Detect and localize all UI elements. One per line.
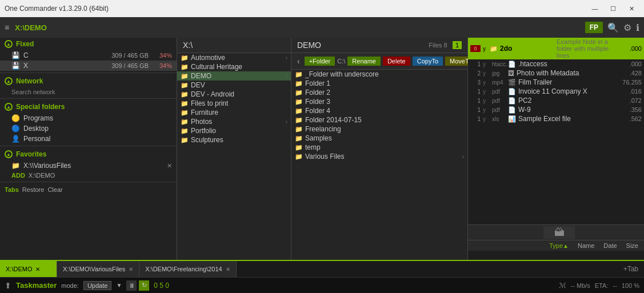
remove-favorite-button[interactable]: ✕	[167, 162, 172, 170]
drive-item-c[interactable]: 💾 C 309 / 465 GB 34%	[0, 50, 177, 61]
search-icon[interactable]: 🔍	[607, 22, 619, 33]
tabs-clear[interactable]: Clear	[47, 186, 62, 193]
search-network[interactable]: Search network	[0, 87, 177, 97]
tab-close-button[interactable]: ✕	[226, 266, 230, 272]
copy-to-button[interactable]: CopyTo	[413, 57, 443, 66]
folder-item[interactable]: 📁 Files to print	[177, 99, 291, 108]
file-icon: 📊	[508, 115, 516, 123]
folder-item[interactable]: 📁 Folder 2014-07-15	[291, 115, 467, 125]
pause-button[interactable]: ⏸	[126, 280, 137, 291]
folder-name: Portfolio	[191, 127, 287, 135]
folder-item[interactable]: 📁 Cultural Heritage	[177, 62, 291, 71]
sort-type-button[interactable]: Type▲	[546, 242, 572, 250]
folder-item[interactable]: 📁 Automotive ›	[177, 53, 291, 62]
folder-name: Files to print	[191, 99, 287, 107]
folder-item[interactable]: 📁 Freelancing	[291, 125, 467, 134]
tab-close-button[interactable]: ✕	[129, 266, 133, 272]
special-folder-desktop[interactable]: 🔵 Desktop	[0, 123, 177, 134]
mode-dropdown[interactable]: Update	[83, 281, 111, 290]
refresh-button[interactable]: ↻	[139, 280, 149, 291]
special-folder-programs[interactable]: 🟡 Programs	[0, 113, 177, 123]
sort-size-button[interactable]: Size	[623, 242, 642, 250]
file-row[interactable]: 1 y pdf 📄 PC2 .072	[468, 96, 644, 105]
folder-name: Freelancing	[305, 125, 464, 133]
tabs-label: Tabs	[5, 186, 19, 193]
drive-space: 309 / 465 GB	[111, 62, 149, 69]
chevron-down-icon[interactable]: ▼	[116, 282, 122, 288]
special-folder-name: Desktop	[23, 125, 49, 133]
favorite-item[interactable]: 📁 X:\\VariousFiles ✕	[0, 160, 177, 171]
file-name: Photo with Metadata	[517, 69, 611, 77]
folder-item[interactable]: 📁 _Folder with underscore	[291, 70, 467, 79]
settings-icon[interactable]: ⚙	[623, 22, 631, 33]
tab-label: X:\DEMO	[6, 266, 32, 272]
tabbar: X:\DEMO ✕ X:\DEMO\VariousFiles ✕ X:\DEMO…	[0, 260, 644, 277]
back-button[interactable]: ‹	[295, 57, 302, 66]
task-digits: 0 5 0	[154, 282, 169, 290]
folder-name: _Folder with underscore	[305, 70, 464, 78]
folder-item[interactable]: 📁 temp	[291, 143, 467, 152]
thumbnail-2	[507, 226, 539, 239]
folder-item[interactable]: 📁 DEMO ›	[177, 71, 291, 81]
special-folder-icon: 🟡	[11, 114, 20, 122]
add-favorite[interactable]: ADD X:\DEMO	[0, 171, 177, 180]
folder-item[interactable]: 📁 Sculptures	[177, 135, 291, 145]
file-row[interactable]: 1 y xls 📊 Sample Excel file .562	[468, 114, 644, 123]
drive-item-x[interactable]: 💾 X 309 / 465 GB 34%	[0, 61, 177, 71]
tab-2[interactable]: X:\DEMO\Freelancing\2014 ✕	[139, 261, 237, 277]
folder-item[interactable]: 📁 DEV	[177, 81, 291, 90]
file-row[interactable]: 1 y htacc... 📄 .htaccess .000	[468, 59, 644, 69]
file-name: W-9	[518, 106, 611, 114]
info-icon[interactable]: ℹ	[636, 22, 639, 33]
folder-item[interactable]: 📁 Folder 2	[291, 88, 467, 97]
path-button[interactable]: C:\	[337, 58, 345, 65]
folder-item[interactable]: 📁 DEV - Android	[177, 90, 291, 99]
folder-name: Various Files	[305, 152, 460, 160]
mb-label: -- Mb/s	[571, 282, 590, 289]
folder-name: Cultural Heritage	[191, 63, 287, 71]
special-folder-personal[interactable]: 👤 Personal	[0, 134, 177, 144]
sort-date-button[interactable]: Date	[600, 242, 620, 250]
file-row[interactable]: 1 y pdf 📄 W-9 .356	[468, 105, 644, 114]
folder-item[interactable]: 📁 Various Files ›	[291, 152, 467, 161]
folder-item[interactable]: 📁 Samples	[291, 134, 467, 143]
folder-icon: 📁	[181, 91, 189, 98]
folder-item[interactable]: 📁 Photos ›	[177, 117, 291, 126]
file-row[interactable]: 1 y pdf 📄 Invoice 11 Company X .016	[468, 87, 644, 96]
file-row[interactable]: 3 y mp4 🎬 Film Trailer 76.255	[468, 78, 644, 87]
tab-0[interactable]: X:\DEMO ✕	[0, 261, 57, 277]
delete-button[interactable]: Delete	[383, 57, 410, 66]
file-ext: .072	[613, 97, 642, 104]
menu-icon[interactable]: ≡	[5, 23, 9, 32]
file-ext: .000	[613, 45, 642, 52]
folder-item[interactable]: 📁 Folder 4	[291, 106, 467, 115]
file-type: pdf	[492, 107, 506, 113]
files-num: 1	[453, 41, 462, 49]
sidebar: ▲ Fixed 💾 C 309 / 465 GB 34% 💾 X 309 / 4…	[0, 38, 177, 260]
file-row[interactable]: 0 y 📁 2do Example Note in a folder with …	[468, 38, 644, 59]
age-num: 1	[470, 116, 481, 122]
file-ext: .428	[613, 70, 642, 77]
special-folder-icon: 🔵	[11, 125, 20, 133]
file-name: PC2	[518, 97, 611, 105]
folder-item[interactable]: 📁 Folder 1	[291, 79, 467, 88]
fp-button[interactable]: FP	[585, 22, 603, 33]
rename-button[interactable]: Rename	[347, 57, 381, 66]
folder-item[interactable]: 📁 Portfolio	[177, 126, 291, 135]
task-controls: ⏸ ↻	[126, 280, 149, 291]
file-ext: .016	[613, 88, 642, 95]
file-row[interactable]: 2 y jpg 🖼 Photo with Metadata .428	[468, 69, 644, 78]
folder-name: Sculptures	[191, 136, 287, 144]
add-folder-button[interactable]: +Folder	[305, 57, 335, 66]
minimize-button[interactable]: —	[587, 3, 603, 14]
folder-item[interactable]: 📁 Folder 3	[291, 97, 467, 106]
file-name: Sample Excel file	[518, 115, 611, 123]
sort-name-button[interactable]: Name	[574, 242, 598, 250]
folder-item[interactable]: 📁 Furniture	[177, 108, 291, 117]
tab-1[interactable]: X:\DEMO\VariousFiles ✕	[57, 261, 139, 277]
maximize-button[interactable]: ☐	[605, 3, 621, 14]
close-button[interactable]: ✕	[623, 3, 639, 14]
add-tab-button[interactable]: +Tab	[618, 261, 644, 277]
tab-close-button[interactable]: ✕	[35, 266, 40, 272]
tabs-restore[interactable]: Restore	[22, 186, 45, 193]
